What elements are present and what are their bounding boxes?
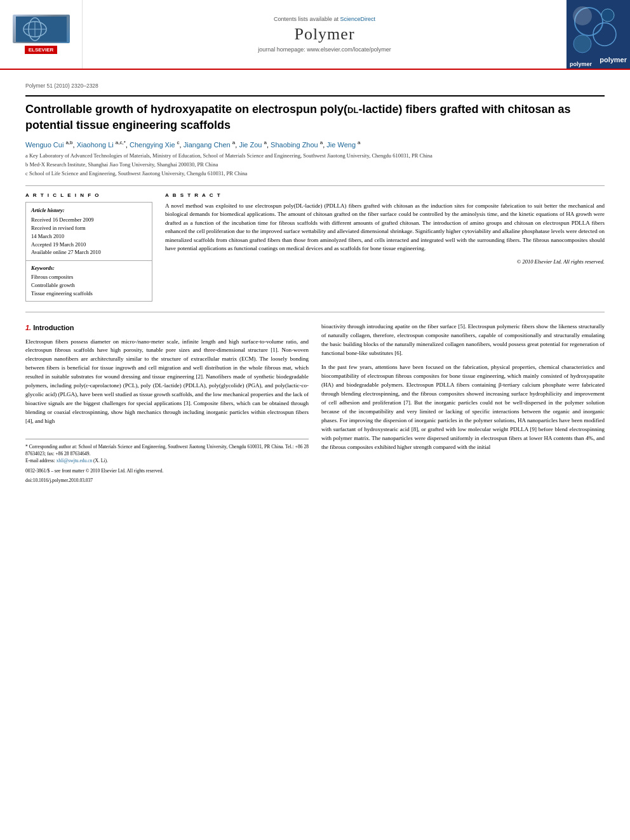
affiliation-b: b Med-X Research Institute, Shanghai Jia… — [25, 161, 605, 169]
keyword-1: Fibrous composites — [31, 273, 147, 281]
volume-info: Polymer 51 (2010) 2320–2328 — [25, 83, 605, 89]
abstract-column: A B S T R A C T A novel method was explo… — [165, 192, 605, 302]
copyright-line: 0032-3861/$ – see front matter © 2010 El… — [25, 467, 309, 474]
copyright-notice: © 2010 Elsevier Ltd. All rights reserved… — [165, 258, 605, 265]
dl-text: dl — [347, 103, 358, 116]
contents-available: Contents lists available at ScienceDirec… — [274, 16, 375, 22]
article-title: Controllable growth of hydroxyapatite on… — [25, 102, 605, 133]
author-xie: Chengying Xie — [130, 141, 175, 149]
journal-header: ELSEVIER Contents lists available at Sci… — [0, 0, 630, 70]
keywords-label: Keywords: — [31, 265, 147, 271]
history-label: Article history: — [31, 206, 147, 215]
svg-point-8 — [573, 35, 591, 53]
authors-line: Wenguo Cui a,b, Xiaohong Li a,c,*, Cheng… — [25, 140, 605, 149]
journal-title: Polymer — [294, 25, 354, 44]
journal-homepage: journal homepage: www.elsevier.com/locat… — [258, 46, 391, 53]
author-zou: Jie Zou — [239, 141, 262, 149]
revised-date: 14 March 2010 — [31, 232, 147, 241]
footnote-area: * Corresponding author at: School of Mat… — [25, 439, 309, 484]
intro-paragraph-1: Electrospun fibers possess diameter on m… — [25, 338, 309, 426]
sciencedirect-link[interactable]: ScienceDirect — [340, 16, 376, 22]
body-right-col: bioactivity through introducing apatite … — [321, 323, 605, 484]
accepted-date: Accepted 19 March 2010 — [31, 241, 147, 249]
intro-paragraph-3: In the past few years, attentions have b… — [321, 363, 605, 451]
affiliation-c: c School of Life Science and Engineering… — [25, 170, 605, 178]
elsevier-logo-image — [13, 15, 70, 43]
svg-point-9 — [601, 9, 614, 22]
author-cui: Wenguo Cui — [25, 141, 64, 149]
abstract-body-divider — [25, 312, 605, 312]
email-link[interactable]: xhli@swjtu.edu.cn — [57, 458, 92, 463]
keyword-3: Tissue engineering scaffolds — [31, 290, 147, 298]
online-date: Available online 27 March 2010 — [31, 248, 147, 257]
elsevier-badge: ELSEVIER — [25, 46, 58, 54]
title-divider-top — [25, 95, 605, 97]
article-info-header: A R T I C L E I N F O — [25, 192, 152, 198]
article-info-abstract: A R T I C L E I N F O Article history: R… — [25, 192, 605, 302]
svg-rect-5 — [566, 0, 630, 69]
intro-paragraph-2: bioactivity through introducing apatite … — [321, 323, 605, 358]
revised-label: Received in revised form — [31, 224, 147, 232]
abstract-header: A B S T R A C T — [165, 192, 605, 198]
email-note: (X. Li). — [93, 458, 108, 463]
email-label: E-mail address: — [25, 458, 55, 463]
keywords-box: Keywords: Fibrous composites Controllabl… — [25, 261, 152, 302]
abstract-text: A novel method was exploited to use elec… — [165, 202, 605, 253]
footnote-email: E-mail address: xhli@swjtu.edu.cn (X. Li… — [25, 457, 309, 464]
keyword-2: Controllable growth — [31, 281, 147, 290]
article-history-box: Article history: Received 16 December 20… — [25, 202, 152, 262]
footnote-text: * Corresponding author at: School of Mat… — [25, 443, 309, 458]
section-title-text: Introduction — [33, 324, 74, 331]
author-chen: Jiangang Chen — [184, 141, 231, 149]
polymer-cover-image: polymer — [566, 0, 630, 69]
affiliations: a Key Laboratory of Advanced Technologie… — [25, 152, 605, 178]
author-li: Xiaohong Li — [77, 141, 114, 149]
intro-section-title: 1. Introduction — [25, 323, 309, 333]
journal-center-info: Contents lists available at ScienceDirec… — [83, 0, 566, 69]
article-info-column: A R T I C L E I N F O Article history: R… — [25, 192, 152, 302]
body-left-col: 1. Introduction Electrospun fibers posse… — [25, 323, 309, 484]
section-number: 1. — [25, 324, 31, 331]
affiliation-a: a Key Laboratory of Advanced Technologie… — [25, 152, 605, 160]
received-date: Received 16 December 2009 — [31, 216, 147, 224]
author-zhou: Shaobing Zhou — [271, 141, 318, 149]
author-weng: Jie Weng — [326, 141, 356, 149]
elsevier-logo: ELSEVIER — [0, 0, 83, 69]
body-content: 1. Introduction Electrospun fibers posse… — [25, 323, 605, 484]
header-body-divider — [25, 185, 605, 186]
svg-text:polymer: polymer — [570, 61, 593, 67]
doi-line: doi:10.1016/j.polymer.2010.03.037 — [25, 477, 309, 484]
main-content: Polymer 51 (2010) 2320–2328 Controllable… — [0, 70, 630, 497]
